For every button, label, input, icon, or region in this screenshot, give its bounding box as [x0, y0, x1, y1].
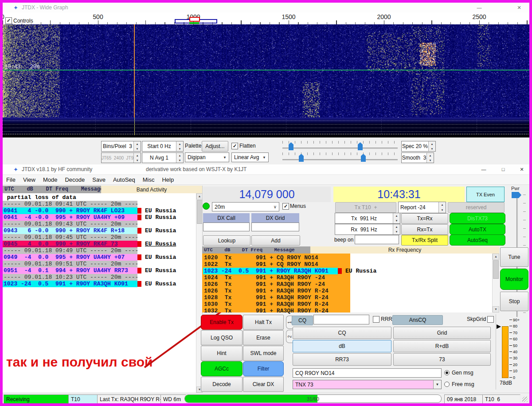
n-avg-spinner[interactable]: N Avg 1 ▲▼ [142, 152, 184, 163]
flatten-checkbox[interactable] [231, 143, 238, 149]
table-row[interactable]: 1030 Tx 991 + RA3QH R9OY R-24 [203, 301, 491, 308]
pwr-slider-handle[interactable] [512, 192, 521, 198]
filter-button[interactable]: Filter [243, 361, 284, 376]
menu-file[interactable]: File [6, 176, 16, 183]
decode-button[interactable]: Decode [201, 377, 243, 392]
table-row[interactable]: ----- 09.01.18 09:41 UTC ----- 20m ---- [3, 201, 196, 207]
table-row[interactable]: 1026 Tx 991 + RA3QH R9OY R-24 [203, 288, 491, 294]
table-row[interactable]: 1020 Tx 991 + CQ R9OY NO14 [203, 254, 491, 261]
gen-msg-input[interactable]: CQ R9OY NO14 [293, 368, 442, 378]
scroll-down-icon[interactable]: ▼ [493, 306, 499, 312]
start-hz-spinner[interactable]: Start 0 Hz ▲▼ [142, 141, 184, 152]
rrr-checkbox[interactable] [373, 316, 379, 323]
spectrum-display[interactable] [3, 117, 529, 137]
close-button[interactable]: ✕ [516, 166, 528, 173]
jt65-jt9-boundary-spinner[interactable]: JT65 2400 JT9 ▲▼ [101, 152, 141, 163]
report-spinner[interactable]: Report -24 ▲▼ [398, 202, 446, 213]
table-row[interactable]: 1032 Tx 991 + RA3QH R9OY R-24 [203, 308, 491, 314]
scrollbar-thumb[interactable] [493, 260, 499, 279]
table-row[interactable]: 0949 -4 0.0 995 + R9OY UA4HY +07EU Russi… [3, 254, 196, 261]
tx-t10-button[interactable]: Tx T10 + [335, 202, 396, 213]
msg-db-button[interactable]: dB [293, 340, 391, 352]
menus-checkbox[interactable] [282, 203, 289, 210]
gain-slider-track[interactable] [282, 148, 398, 149]
palette-adjust-button[interactable]: Adjust... [202, 141, 228, 152]
chevron-down-icon[interactable]: ▼ [433, 380, 441, 389]
palette-select[interactable]: Digipan ▼ [185, 152, 229, 162]
menu-help[interactable]: Help [162, 176, 174, 183]
spinner-arrows-icon[interactable]: ▲▼ [426, 153, 434, 163]
log-qso-button[interactable]: Log QSO [201, 330, 243, 345]
menu-view[interactable]: View [23, 176, 35, 183]
dx-call-input[interactable] [203, 223, 250, 231]
menu-misc[interactable]: Misc [143, 176, 155, 183]
hint-button[interactable]: Hint [201, 346, 243, 361]
skpgrid-checkbox[interactable] [487, 316, 494, 323]
rx-freq-spinner[interactable]: Rx 991 Hz ▲▼ [335, 224, 400, 235]
table-row[interactable]: 1022 Tx 991 + CQ R9OY NO14 [203, 261, 491, 268]
minimize-button[interactable]: — [478, 166, 489, 173]
msg-grid-button[interactable]: Grid [393, 327, 491, 339]
autotx-button[interactable]: AutoTX [450, 224, 505, 235]
table-row[interactable]: 0941 4 -0.0 990 + R9OY RK4F LO23EU Russi… [3, 207, 196, 214]
table-row[interactable]: 1026 Tx 991 + RA3QH R9OY -24 [203, 281, 491, 288]
free-msg-radio[interactable] [444, 382, 450, 387]
waterfall-display[interactable] [3, 24, 529, 117]
table-row[interactable]: 1028 Tx 991 + RA3QH R9OY R-24 [203, 294, 491, 301]
table-row[interactable]: partial loss of data [3, 194, 196, 201]
bins-pixel-spinner[interactable]: Bins/Pixel 3 ▲▼ [101, 141, 141, 152]
tune-button[interactable]: Tune [500, 247, 528, 267]
rx-eq-tx-button[interactable]: Rx=Tx [401, 224, 448, 235]
resize-grip[interactable] [522, 397, 528, 402]
spinner-arrows-icon[interactable]: ▲▼ [133, 153, 141, 163]
rx-frequency-scrollbar[interactable]: ▲ ▼ [492, 254, 499, 312]
distx73-button[interactable]: DisTX73 [450, 213, 505, 224]
msg-73-button[interactable]: 73 [393, 353, 491, 366]
monitor-button[interactable]: Monitor [500, 269, 528, 290]
smooth-spinner[interactable]: Smooth 3 ▲▼ [401, 152, 434, 163]
msg-rdb-button[interactable]: R+dB [393, 340, 491, 352]
table-row[interactable]: 0943 6 -0.0 990 + R9OY RK4F R+18EU Russi… [3, 227, 196, 234]
spinner-arrows-icon[interactable]: ▲▼ [438, 202, 446, 213]
table-row[interactable]: 1024 Tx 991 + RA3QH R9OY -24 [203, 274, 491, 281]
table-row[interactable]: 0945 4 0.0 990 + R9OY RK4F 73EU Russia [3, 241, 196, 247]
spinner-arrows-icon[interactable]: ▲▼ [176, 153, 183, 163]
scroll-up-icon[interactable]: ▲ [493, 254, 499, 260]
swl-mode-button[interactable]: SWL mode [243, 346, 284, 361]
menu-save[interactable]: Save [92, 176, 106, 183]
lookup-button[interactable]: Lookup [203, 235, 250, 246]
spinner-arrows-icon[interactable]: ▲▼ [133, 141, 141, 151]
table-row[interactable]: 0951 -4 0.1 994 + R9OY UA4HY RR73EU Russ… [3, 267, 196, 274]
erase-button[interactable]: Erase [243, 330, 284, 345]
clear-dx-button[interactable]: Clear DX [243, 377, 284, 392]
halt-tx-button[interactable]: Halt Tx [243, 315, 284, 330]
tx-freq-spinner[interactable]: Tx 991 Hz ▲▼ [335, 213, 400, 224]
spinner-arrows-icon[interactable]: ▲▼ [176, 141, 183, 151]
txrx-split-button[interactable]: Tx/Rx Split [401, 235, 448, 246]
beep-input[interactable] [355, 235, 399, 244]
agcc-button[interactable]: AGCc [201, 361, 243, 376]
controls-checkbox[interactable] [5, 17, 12, 24]
spinner-arrows-icon[interactable]: ▲▼ [393, 213, 400, 223]
maximize-button[interactable]: □ [497, 166, 509, 173]
menu-autoseq[interactable]: AutoSeq [113, 176, 135, 183]
autoseq-button[interactable]: AutoSeq [450, 234, 505, 246]
tx-eq-rx-button[interactable]: Tx=Rx [401, 213, 448, 224]
msg-cq-button[interactable]: CQ [293, 327, 391, 339]
table-row[interactable]: 1023 -24 0.5 991 + R9OY RA3QH KO91EU Rus… [3, 281, 196, 287]
cq-dir-button[interactable]: CQ [292, 316, 313, 325]
msg-rr73-button[interactable]: RR73 [293, 353, 391, 366]
cq-dir-input[interactable] [313, 315, 369, 324]
add-button[interactable]: Add [251, 235, 300, 246]
table-row[interactable]: 0941 -4 -0.0 995 + R9OY UA4HY +09EU Russ… [3, 214, 196, 221]
band-select[interactable]: 20m ∨ [212, 202, 279, 211]
table-row[interactable]: ----- 09.01.18 09:49 UTC ----- 20m ---- [3, 247, 196, 254]
menu-decode[interactable]: Decode [65, 176, 85, 183]
menu-mode[interactable]: Mode [43, 176, 58, 183]
table-row[interactable]: ----- 09.01.18 09:43 UTC ----- 20m ---- [3, 221, 196, 227]
tx-even-button[interactable]: TX Even [466, 187, 505, 202]
avg-mode-select[interactable]: Linear Avg ▼ [231, 152, 269, 162]
anscq-button[interactable]: AnsCQ [392, 315, 443, 325]
gen-msg-radio[interactable] [444, 370, 450, 375]
enable-tx-button[interactable]: Enable Tx [201, 315, 243, 330]
